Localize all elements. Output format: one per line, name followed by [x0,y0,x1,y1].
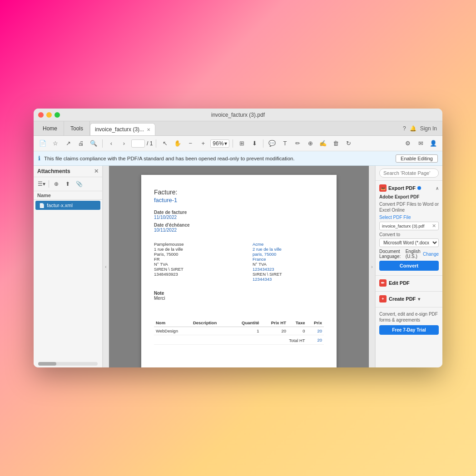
att-menu-icon[interactable]: ☰▾ [36,179,46,189]
change-lang-link[interactable]: Change [423,252,439,257]
due-value: 10/11/2022 [154,228,324,233]
cell-prix-ht: 20 [261,327,288,335]
export-pdf-section: 📤 Export PDF ∧ Adobe Export PDF Convert … [376,181,442,276]
tab-file[interactable]: invoice_facturx (3)... ✕ [90,123,155,135]
buyer-col: Acme 2 rue de la ville paris, 75000 Fran… [253,242,324,282]
delete-icon[interactable]: 🗑 [330,138,341,149]
zoom-in-icon[interactable]: + [198,138,208,149]
convert-to-label: Convert to [379,232,439,237]
doc-lang-value: English (U.S.) [406,249,421,259]
seller-tva-label: N° TVA [154,262,225,267]
zoom-out-icon[interactable]: − [185,138,196,149]
tab-tools[interactable]: Tools [64,121,90,135]
export-pdf-chevron[interactable]: ∧ [436,186,439,191]
page-total: / 1 [147,140,153,147]
tabbar: Home Tools invoice_facturx (3)... ✕ ? 🔔 … [34,121,442,136]
select-tool-icon[interactable]: ↖ [159,138,170,149]
hand-tool-icon[interactable]: ✋ [172,138,183,149]
share-mail-icon[interactable]: ✉ [415,138,426,149]
page-number-input[interactable]: 1 [131,139,145,148]
sign-icon[interactable]: ✍ [317,138,328,149]
buyer-siret-value: 12344343 [253,277,324,282]
cell-prix: 20 [307,327,324,335]
convert-to-select[interactable]: Microsoft Word (*.docx) [379,238,439,247]
note-label: Note [154,291,324,296]
bookmark-icon[interactable]: ☆ [50,138,61,149]
selected-file-row: invoice_facturx (3).pdf ✕ [379,222,439,230]
zoom-level[interactable]: 96% ▾ [210,139,229,148]
info-icon: ℹ [38,155,40,162]
file-icon: 📄 [39,203,45,208]
tab-close-icon[interactable]: ✕ [147,127,150,132]
trial-section: Convert, edit and e-sign PDF forms & agr… [376,307,442,338]
crop-icon[interactable]: ⊞ [236,138,247,149]
attachments-close-icon[interactable]: ✕ [94,168,99,174]
remove-file-icon[interactable]: ✕ [432,223,436,229]
invoice-number: facture-1 [154,197,324,203]
minimize-button[interactable] [46,112,52,118]
create-pdf-icon: + [379,295,387,302]
cell-qty: 1 [231,327,261,335]
toolbar-sep-2 [156,139,156,148]
col-name-header: Name [34,191,102,200]
table-row: WebDesign 1 20 0 20 [154,327,324,335]
comment-icon[interactable]: 💬 [267,138,278,149]
right-panel-collapse-button[interactable]: › [369,166,375,367]
sign-in-link[interactable]: Sign In [420,125,437,132]
export-pdf-title: 📤 Export PDF [379,184,421,192]
account-icon[interactable]: 👤 [428,138,439,149]
notification-icon[interactable]: 🔔 [410,125,416,132]
tab-home[interactable]: Home [36,121,64,135]
create-pdf-expand[interactable]: ▾ [418,297,420,302]
pdf-page: Facture: facture-1 Date de facture 11/10… [141,175,337,367]
buyer-tva-value: 123434323 [253,267,324,272]
invoice-label: Facture: [154,188,324,196]
total-label: Total HT [154,335,307,345]
att-paperclip-icon[interactable]: 📎 [74,179,84,189]
prev-page-icon[interactable]: ‹ [106,138,117,149]
titlebar: invoice_facturx (3).pdf [34,109,442,121]
zoom-value: 96% [213,140,223,147]
att-add-icon[interactable]: ⊕ [51,179,61,189]
cell-desc [191,327,231,335]
export-icon[interactable]: ⬇ [249,138,260,149]
print-icon[interactable]: 🖨 [75,138,86,149]
rotate-icon[interactable]: ↻ [343,138,354,149]
enable-editing-button[interactable]: Enable Editing [396,154,438,163]
open-file-icon[interactable]: 📄 [37,138,48,149]
horizontal-scrollbar[interactable] [38,362,98,366]
buyer-city: paris, 75000 [253,252,324,257]
due-label: Date d'échéance [154,223,324,228]
attachments-header: Attachments ✕ [34,166,102,177]
more-tools-icon[interactable]: ⚙ [402,138,413,149]
buyer-siret-label: SIREN \ SIRET [253,272,324,277]
stamp-icon[interactable]: ⊕ [305,138,316,149]
col-nom: Nom [154,319,191,327]
convert-button[interactable]: Convert [379,261,439,271]
buyer-tva-label: N° TVA [253,262,324,267]
seller-siret-value: 1348493923 [154,272,225,277]
panel-collapse-button[interactable]: ‹ [103,166,109,367]
draw-icon[interactable]: ✏ [292,138,303,149]
att-extract-icon[interactable]: ⬆ [63,179,73,189]
search-icon[interactable]: 🔍 [88,138,99,149]
note-value: Merci [154,296,324,301]
export-pdf-icon: 📤 [379,184,387,192]
next-page-icon[interactable]: › [119,138,129,149]
trial-button[interactable]: Free 7-Day Trial [379,325,439,335]
tab-file-label: invoice_facturx (3)... [95,126,144,133]
buyer-country: France [253,257,324,262]
share-icon[interactable]: ↗ [63,138,74,149]
file-item[interactable]: 📄 factur-x.xml [35,201,100,210]
help-icon[interactable]: ? [403,125,406,132]
highlight-icon[interactable]: T [279,138,290,149]
pdf-viewer[interactable]: Facture: facture-1 Date de facture 11/10… [109,166,369,367]
infobar-message: This file claims compliance with the PDF… [44,156,392,161]
select-pdf-link[interactable]: Select PDF File [379,215,439,220]
window-title: invoice_facturx (3).pdf [211,112,265,118]
close-button[interactable] [38,112,44,118]
fullscreen-button[interactable] [55,112,60,118]
search-input[interactable] [379,169,439,178]
scroll-thumb [38,362,56,366]
cell-nom: WebDesign [154,327,191,335]
